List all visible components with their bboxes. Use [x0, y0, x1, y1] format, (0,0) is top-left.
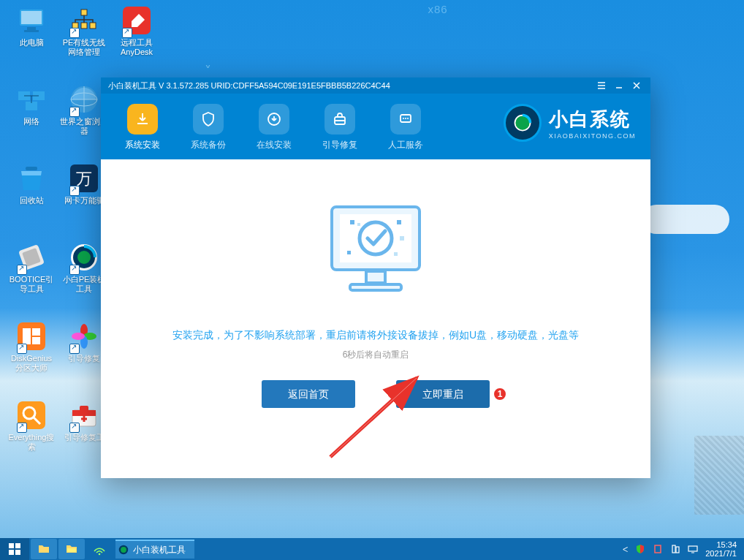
svg-rect-66 — [688, 546, 697, 551]
app-icon — [118, 545, 129, 555]
ribbon-tab[interactable]: 引导修复 — [307, 102, 373, 151]
svg-point-21 — [77, 251, 91, 264]
desktop-icon[interactable]: Everything搜索 — [7, 399, 56, 452]
download-icon — [127, 104, 158, 135]
desktop-icon[interactable]: 此电脑 — [7, 4, 56, 48]
ribbon-tab[interactable]: 在线安装 — [241, 102, 307, 151]
desktop-icon-label: DiskGenius分区大师 — [7, 354, 56, 373]
svg-rect-2 — [27, 27, 36, 30]
restart-now-button[interactable]: 立即重启 1 — [396, 380, 490, 408]
desktop-glyph-icon — [15, 320, 48, 352]
ribbon-tab-label: 系统安装 — [110, 139, 175, 151]
desktop-icon[interactable]: 远程工具AnyDesk — [113, 4, 161, 57]
desktop-glyph-icon — [121, 4, 153, 37]
desktop-glyph-icon — [15, 4, 48, 37]
svg-rect-65 — [676, 547, 679, 553]
main-message: 安装完成，为了不影响系统部署，重启前请将外接设备拔掉，例如U盘，移动硬盘，光盘等 — [101, 327, 650, 343]
desktop-glyph-icon — [68, 399, 100, 431]
svg-rect-64 — [672, 545, 675, 553]
ribbon-tab-label: 引导修复 — [307, 139, 373, 151]
svg-rect-35 — [80, 406, 88, 412]
desktop-icon[interactable]: BOOTICE引导工具 — [7, 241, 56, 294]
active-task-app[interactable]: 小白装机工具 — [115, 540, 194, 559]
svg-rect-24 — [32, 328, 40, 336]
ribbon-tab-label: 人工服务 — [373, 139, 439, 151]
desktop-icon[interactable]: 网络 — [7, 83, 56, 126]
svg-point-60 — [99, 553, 101, 556]
desktop-icon-label: 远程工具AnyDesk — [113, 38, 161, 57]
svg-rect-58 — [15, 550, 20, 555]
titlebar: 小白装机工具 V 3.1.572.285 URID:CDFF5A594C09E1… — [101, 77, 650, 94]
desktop-icon-label: BOOTICE引导工具 — [7, 275, 56, 294]
ribbon-nav: 系统安装系统备份在线安装引导修复人工服务 小白系统 XIAOBAIXITONG.… — [101, 94, 650, 159]
app-window: 小白装机工具 V 3.1.572.285 URID:CDFF5A594C09E1… — [101, 77, 650, 478]
svg-rect-6 — [81, 23, 87, 29]
svg-point-40 — [405, 118, 406, 119]
svg-rect-25 — [32, 337, 40, 344]
desktop-icon-label: 此电脑 — [7, 38, 56, 48]
desktop-icon-label: PE有线无线网络管理 — [60, 38, 108, 57]
svg-rect-56 — [15, 543, 20, 548]
task-folder-2[interactable] — [58, 539, 85, 559]
menu-button[interactable] — [593, 79, 610, 92]
svg-rect-47 — [350, 220, 354, 224]
svg-rect-49 — [397, 220, 401, 224]
svg-rect-54 — [350, 284, 401, 290]
tray-date: 2021/7/1 — [705, 549, 737, 558]
svg-rect-48 — [357, 223, 360, 226]
desktop-icon-label: Everything搜索 — [7, 433, 56, 452]
start-button[interactable] — [0, 538, 29, 560]
brand-name: 小白系统 — [549, 107, 636, 132]
tray-clock[interactable]: 15:34 2021/7/1 — [705, 540, 737, 558]
taskbar: 小白装机工具 ᐸ 15:34 2021/7/1 — [0, 538, 744, 560]
svg-point-30 — [72, 333, 85, 340]
svg-rect-3 — [24, 30, 39, 32]
minimize-button[interactable] — [611, 79, 627, 92]
desktop-icon[interactable]: PE有线无线网络管理 — [60, 4, 108, 57]
svg-rect-4 — [81, 10, 87, 15]
arch-label: x86 — [132, 0, 744, 22]
svg-rect-55 — [9, 543, 14, 548]
restart-label: 立即重启 — [422, 388, 463, 400]
brand-subtitle: XIAOBAIXITONG.COM — [549, 132, 636, 140]
svg-rect-52 — [400, 236, 404, 241]
desktop-icon-label: 网络 — [7, 117, 56, 126]
tray-chevron-icon[interactable]: ᐸ — [623, 545, 628, 553]
svg-point-41 — [407, 118, 409, 119]
callout-badge: 1 — [493, 387, 507, 401]
download-circle-icon — [259, 104, 289, 135]
chat-icon — [390, 104, 421, 135]
svg-rect-14 — [26, 167, 37, 170]
tray-shield-icon[interactable] — [635, 544, 645, 554]
desktop-icon[interactable]: DiskGenius分区大师 — [7, 320, 56, 373]
tray-device-icon[interactable] — [653, 544, 663, 554]
desktop-glyph-icon — [68, 241, 100, 273]
desktop-glyph-icon — [68, 83, 100, 116]
close-button[interactable] — [629, 79, 645, 92]
svg-rect-50 — [394, 252, 398, 256]
desktop-glyph-icon — [68, 4, 100, 37]
tray-time: 15:34 — [705, 540, 737, 549]
ribbon-tab[interactable]: 人工服务 — [373, 102, 439, 151]
brand-logo-icon — [504, 104, 542, 142]
tray-device2-icon[interactable] — [670, 544, 680, 554]
desktop-icon-label: 回收站 — [7, 196, 56, 205]
task-wifi[interactable] — [86, 539, 113, 559]
toolbox-icon — [324, 104, 355, 135]
task-folder-1[interactable] — [31, 539, 57, 559]
desktop-glyph-icon — [15, 83, 48, 116]
desktop-glyph-icon — [15, 241, 48, 273]
success-illustration — [321, 200, 430, 298]
cloud-decoration — [642, 205, 729, 234]
ribbon-tab[interactable]: 系统备份 — [175, 102, 241, 151]
tray-monitor-icon[interactable] — [688, 544, 698, 554]
back-home-button[interactable]: 返回首页 — [262, 380, 355, 408]
countdown-message: 6秒后将自动重启 — [101, 349, 650, 361]
desktop-icon[interactable]: 回收站 — [7, 162, 56, 205]
ribbon-tab-label: 系统备份 — [175, 139, 241, 151]
shield-icon — [193, 104, 224, 135]
desktop-glyph-icon — [68, 320, 100, 352]
ribbon-tab[interactable]: 系统安装 — [110, 102, 175, 151]
desktop-glyph-icon — [15, 162, 48, 194]
svg-point-62 — [121, 547, 126, 553]
